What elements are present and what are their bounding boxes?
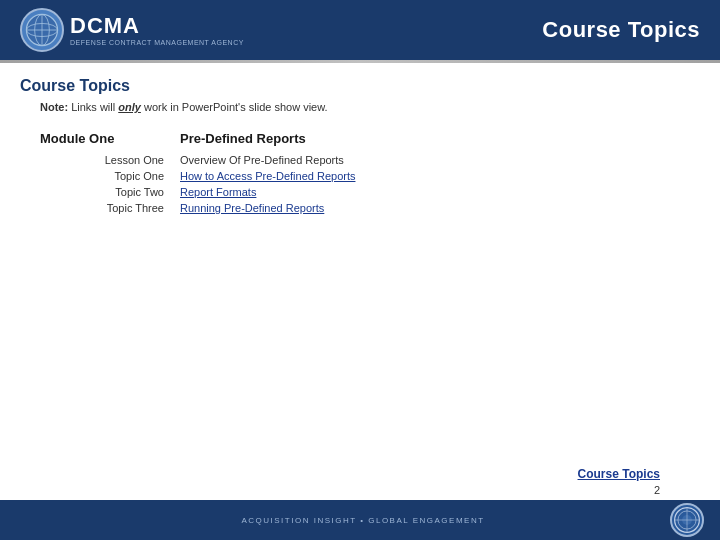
table-header-row: Module One Pre-Defined Reports xyxy=(40,131,620,146)
bottom-course-link[interactable]: Course Topics xyxy=(578,467,660,481)
row-label: Topic One xyxy=(40,170,180,182)
dcma-logo-text: DCMA DEFENSE CONTRACT MANAGEMENT AGENCY xyxy=(70,15,244,46)
row-value: Overview Of Pre-Defined Reports xyxy=(180,154,344,166)
note-label: Note: xyxy=(40,101,68,113)
bottom-right-area: Course Topics 2 xyxy=(578,464,660,496)
row-label: Lesson One xyxy=(40,154,180,166)
course-table: Module One Pre-Defined Reports Lesson On… xyxy=(40,131,620,214)
dcma-acronym: DCMA xyxy=(70,15,244,37)
col1-header: Module One xyxy=(40,131,180,146)
page-title: Course Topics xyxy=(20,77,700,95)
agency-full-name: DEFENSE CONTRACT MANAGEMENT AGENCY xyxy=(70,39,244,46)
table-row: Topic Two Report Formats xyxy=(40,186,620,198)
page-number: 2 xyxy=(578,484,660,496)
row-label: Topic Three xyxy=(40,202,180,214)
footer-tagline: ACQUISITION INSIGHT • GLOBAL ENGAGEMENT xyxy=(56,516,670,525)
col2-header: Pre-Defined Reports xyxy=(180,131,306,146)
note-line: Note: Links will only work in PowerPoint… xyxy=(40,101,700,113)
table-row: Topic One How to Access Pre-Defined Repo… xyxy=(40,170,620,182)
topic-one-link[interactable]: How to Access Pre-Defined Reports xyxy=(180,170,355,182)
table-row: Lesson One Overview Of Pre-Defined Repor… xyxy=(40,154,620,166)
table-row: Topic Three Running Pre-Defined Reports xyxy=(40,202,620,214)
main-content: Course Topics Note: Links will only work… xyxy=(0,63,720,232)
logo-area: DCMA DEFENSE CONTRACT MANAGEMENT AGENCY xyxy=(20,8,244,52)
topic-three-link[interactable]: Running Pre-Defined Reports xyxy=(180,202,324,214)
header: DCMA DEFENSE CONTRACT MANAGEMENT AGENCY … xyxy=(0,0,720,60)
topic-two-link[interactable]: Report Formats xyxy=(180,186,256,198)
note-rest: work in PowerPoint's slide show view. xyxy=(144,101,328,113)
footer: ACQUISITION INSIGHT • GLOBAL ENGAGEMENT xyxy=(0,500,720,540)
header-title: Course Topics xyxy=(542,17,700,43)
note-only-text: only xyxy=(118,101,141,113)
tagline-text: ACQUISITION INSIGHT • GLOBAL ENGAGEMENT xyxy=(241,516,484,525)
row-label: Topic Two xyxy=(40,186,180,198)
footer-seal-icon xyxy=(670,503,704,537)
globe-icon xyxy=(20,8,64,52)
note-text: Links will xyxy=(71,101,115,113)
